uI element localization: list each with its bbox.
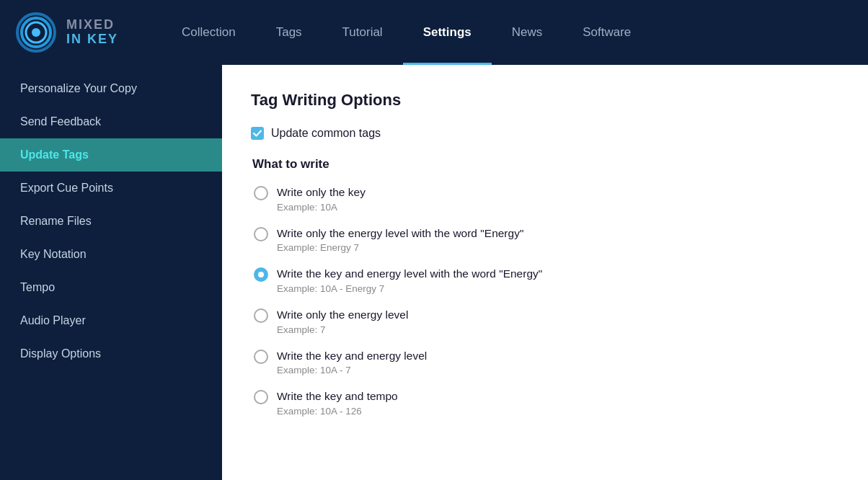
logo-area: MIXED IN KEY [14, 11, 118, 54]
sidebar-item-update-tags[interactable]: Update Tags [0, 138, 222, 172]
sidebar-item-display-options[interactable]: Display Options [0, 337, 222, 370]
radio-key-only[interactable] [254, 186, 268, 200]
what-to-write-label: What to write [252, 157, 839, 172]
radio-key-tempo-example: Example: 10A - 126 [277, 406, 398, 417]
logo-mixed: MIXED [66, 18, 118, 32]
nav-news[interactable]: News [492, 0, 563, 65]
radio-energy-only[interactable] [254, 308, 268, 323]
logo-inkey: IN KEY [66, 32, 118, 47]
nav-tutorial[interactable]: Tutorial [322, 0, 403, 65]
radio-key-only-label: Write only the key [277, 185, 366, 200]
radio-key-tempo[interactable] [254, 390, 268, 404]
section-title: Tag Writing Options [251, 91, 839, 110]
radio-option-key-only[interactable]: Write only the key Example: 10A [251, 185, 839, 213]
sidebar-item-personalize[interactable]: Personalize Your Copy [0, 72, 222, 105]
radio-option-energy-only-word[interactable]: Write only the energy level with the wor… [251, 226, 839, 254]
radio-key-energy-example: Example: 10A - 7 [277, 365, 427, 375]
update-common-tags-checkbox[interactable] [251, 127, 264, 140]
top-nav: MIXED IN KEY Collection Tags Tutorial Se… [0, 0, 868, 65]
sidebar-item-rename-files[interactable]: Rename Files [0, 205, 222, 238]
radio-key-energy-word[interactable] [254, 267, 268, 282]
sidebar-item-send-feedback[interactable]: Send Feedback [0, 105, 222, 138]
update-common-tags-label: Update common tags [271, 127, 381, 140]
sidebar-item-tempo[interactable]: Tempo [0, 271, 222, 304]
radio-key-energy[interactable] [254, 350, 268, 364]
logo-icon [14, 11, 58, 54]
radio-key-only-example: Example: 10A [277, 202, 366, 213]
radio-key-energy-word-label: Write the key and energy level with the … [277, 266, 542, 282]
radio-option-key-tempo[interactable]: Write the key and tempo Example: 10A - 1… [251, 388, 839, 417]
update-common-tags-row[interactable]: Update common tags [251, 127, 839, 140]
svg-point-3 [32, 28, 40, 37]
radio-option-key-energy-word[interactable]: Write the key and energy level with the … [251, 266, 839, 294]
radio-energy-only-word[interactable] [254, 227, 268, 241]
radio-key-energy-label: Write the key and energy level [277, 348, 427, 364]
content-area: Tag Writing Options Update common tags W… [222, 65, 868, 480]
main-nav: Collection Tags Tutorial Settings News S… [161, 0, 651, 65]
radio-key-tempo-label: Write the key and tempo [277, 388, 398, 404]
sidebar-item-audio-player[interactable]: Audio Player [0, 304, 222, 337]
nav-collection[interactable]: Collection [161, 0, 256, 65]
logo-text: MIXED IN KEY [66, 18, 118, 47]
radio-energy-only-word-label: Write only the energy level with the wor… [277, 226, 523, 241]
sidebar-item-key-notation[interactable]: Key Notation [0, 238, 222, 271]
nav-settings[interactable]: Settings [403, 0, 492, 65]
sidebar-item-export-cue-points[interactable]: Export Cue Points [0, 172, 222, 205]
radio-option-energy-only[interactable]: Write only the energy level Example: 7 [251, 307, 839, 335]
nav-software[interactable]: Software [562, 0, 651, 65]
radio-energy-only-word-example: Example: Energy 7 [277, 242, 523, 253]
sidebar: Personalize Your Copy Send Feedback Upda… [0, 65, 222, 480]
radio-energy-only-label: Write only the energy level [277, 307, 408, 323]
main-area: Personalize Your Copy Send Feedback Upda… [0, 65, 868, 480]
nav-tags[interactable]: Tags [256, 0, 322, 65]
checkmark-icon [253, 129, 262, 138]
radio-option-key-energy[interactable]: Write the key and energy level Example: … [251, 348, 839, 376]
radio-energy-only-example: Example: 7 [277, 324, 408, 335]
radio-key-energy-word-example: Example: 10A - Energy 7 [277, 283, 542, 294]
